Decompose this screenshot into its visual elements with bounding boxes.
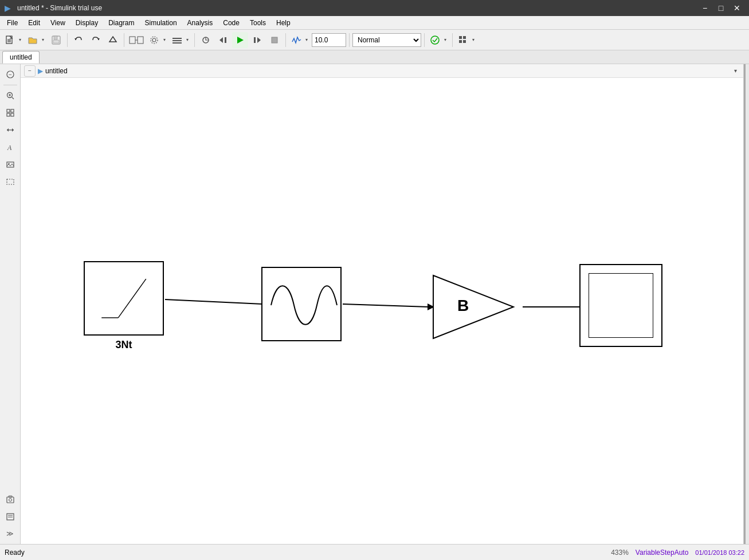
ramp-svg bbox=[85, 262, 163, 334]
open-button[interactable] bbox=[26, 32, 40, 48]
up-button[interactable] bbox=[105, 32, 121, 48]
zoom-in-btn[interactable] bbox=[2, 88, 18, 104]
open-arrow[interactable]: ▾ bbox=[40, 32, 46, 48]
menu-view[interactable]: View bbox=[46, 17, 70, 29]
menu-edit[interactable]: Edit bbox=[23, 17, 45, 29]
breadcrumb-back-btn[interactable]: − bbox=[24, 65, 36, 77]
model-button[interactable] bbox=[127, 32, 146, 48]
run-button[interactable] bbox=[232, 32, 248, 48]
svg-rect-47 bbox=[7, 497, 14, 503]
scope-block-box[interactable] bbox=[579, 264, 662, 347]
step-forward-button[interactable] bbox=[249, 32, 265, 48]
svg-point-14 bbox=[151, 37, 158, 44]
svg-marker-19 bbox=[219, 37, 223, 43]
settings-button-group[interactable]: ▾ bbox=[147, 31, 168, 49]
breadcrumb-dropdown-btn[interactable]: ▾ bbox=[731, 65, 740, 77]
menu-diagram[interactable]: Diagram bbox=[104, 17, 139, 29]
svg-marker-21 bbox=[237, 37, 244, 44]
svg-marker-41 bbox=[7, 128, 9, 132]
svg-rect-11 bbox=[138, 37, 143, 44]
new-button[interactable] bbox=[3, 32, 17, 48]
gain-triangle[interactable]: B bbox=[428, 270, 519, 346]
right-panel bbox=[743, 64, 749, 544]
svg-rect-10 bbox=[130, 37, 135, 44]
svg-rect-5 bbox=[54, 36, 57, 40]
check-button-group[interactable]: ▾ bbox=[428, 31, 449, 49]
snapshot-btn[interactable] bbox=[2, 491, 18, 507]
signal-arrow[interactable]: ▾ bbox=[303, 32, 310, 48]
fit-width-btn[interactable] bbox=[2, 122, 18, 138]
annotation-btn[interactable]: A bbox=[2, 139, 18, 155]
expand-left-btn[interactable]: ≫ bbox=[2, 526, 18, 542]
svg-point-25 bbox=[431, 36, 439, 44]
menu-analysis[interactable]: Analysis bbox=[183, 17, 218, 29]
close-button[interactable]: ✕ bbox=[730, 2, 744, 14]
apps-button-group[interactable]: ▾ bbox=[456, 31, 477, 49]
svg-marker-8 bbox=[97, 38, 100, 40]
menu-code[interactable]: Code bbox=[218, 17, 244, 29]
library-button[interactable] bbox=[170, 32, 184, 48]
menu-file[interactable]: File bbox=[2, 17, 22, 29]
settings-arrow[interactable]: ▾ bbox=[161, 32, 168, 48]
svg-rect-49 bbox=[9, 496, 12, 498]
stop-button[interactable] bbox=[266, 32, 283, 48]
breadcrumb-path: untitled bbox=[45, 67, 68, 75]
library-button-group[interactable]: ▾ bbox=[170, 31, 191, 49]
separator-5 bbox=[349, 33, 350, 47]
open-button-group[interactable]: ▾ bbox=[25, 31, 47, 49]
menu-simulation[interactable]: Simulation bbox=[140, 17, 182, 29]
main-container: − A ≫ bbox=[0, 64, 749, 544]
check-button[interactable] bbox=[428, 32, 442, 48]
tab-untitled[interactable]: untitled bbox=[2, 51, 40, 64]
refresh-button[interactable] bbox=[198, 32, 214, 48]
step-back-button[interactable] bbox=[215, 32, 231, 48]
svg-rect-15 bbox=[172, 38, 182, 39]
menu-tools[interactable]: Tools bbox=[245, 17, 270, 29]
scope-inner-box bbox=[589, 273, 653, 338]
separator-2 bbox=[124, 33, 124, 47]
sine-block[interactable] bbox=[261, 267, 342, 341]
new-button-group[interactable]: ▾ bbox=[2, 31, 24, 49]
fit-view-btn[interactable] bbox=[2, 105, 18, 121]
svg-point-48 bbox=[9, 499, 11, 502]
sidebar-sep bbox=[3, 85, 17, 85]
save-button[interactable] bbox=[48, 32, 64, 48]
sidebar-back-btn[interactable]: − bbox=[2, 66, 18, 82]
apps-button[interactable] bbox=[456, 32, 470, 48]
undo-button[interactable] bbox=[70, 32, 87, 48]
ramp-block[interactable]: 3Nt bbox=[84, 261, 164, 351]
canvas-area[interactable]: − ▶ untitled ▾ bbox=[21, 64, 743, 544]
breadcrumb-icon: ▶ bbox=[38, 67, 43, 75]
separator-3 bbox=[194, 33, 195, 47]
menu-display[interactable]: Display bbox=[71, 17, 103, 29]
svg-text:B: B bbox=[457, 297, 469, 314]
svg-rect-38 bbox=[7, 113, 10, 116]
diagram-canvas[interactable]: 3Nt B bbox=[21, 78, 743, 544]
check-arrow[interactable]: ▾ bbox=[442, 32, 449, 48]
library-arrow[interactable]: ▾ bbox=[184, 32, 191, 48]
scope-block[interactable] bbox=[579, 264, 662, 347]
settings-button[interactable] bbox=[147, 32, 161, 48]
property-btn[interactable] bbox=[2, 508, 18, 524]
image-btn[interactable] bbox=[2, 156, 18, 172]
simulink-icon: ▶ bbox=[5, 3, 14, 13]
sine-block-box[interactable] bbox=[261, 267, 342, 341]
apps-arrow[interactable]: ▾ bbox=[470, 32, 477, 48]
status-bar-left: Ready bbox=[5, 549, 25, 557]
gain-block[interactable]: B bbox=[428, 270, 519, 346]
signal-button[interactable] bbox=[289, 32, 303, 48]
new-arrow[interactable]: ▾ bbox=[17, 32, 23, 48]
ramp-block-box[interactable] bbox=[84, 261, 164, 336]
signal-button-group[interactable]: ▾ bbox=[289, 31, 311, 49]
svg-rect-46 bbox=[7, 179, 14, 184]
simulation-mode-select[interactable]: Normal Accelerator Rapid Accelerator bbox=[352, 33, 421, 47]
simulation-time-input[interactable] bbox=[312, 33, 346, 47]
menu-help[interactable]: Help bbox=[272, 17, 295, 29]
separator-4 bbox=[285, 33, 286, 47]
area-btn[interactable] bbox=[2, 173, 18, 190]
redo-button[interactable] bbox=[88, 32, 104, 48]
menu-bar: File Edit View Display Diagram Simulatio… bbox=[0, 16, 749, 30]
maximize-button[interactable]: □ bbox=[713, 2, 728, 14]
right-panel-handle[interactable] bbox=[744, 64, 749, 544]
minimize-button[interactable]: − bbox=[697, 2, 712, 14]
